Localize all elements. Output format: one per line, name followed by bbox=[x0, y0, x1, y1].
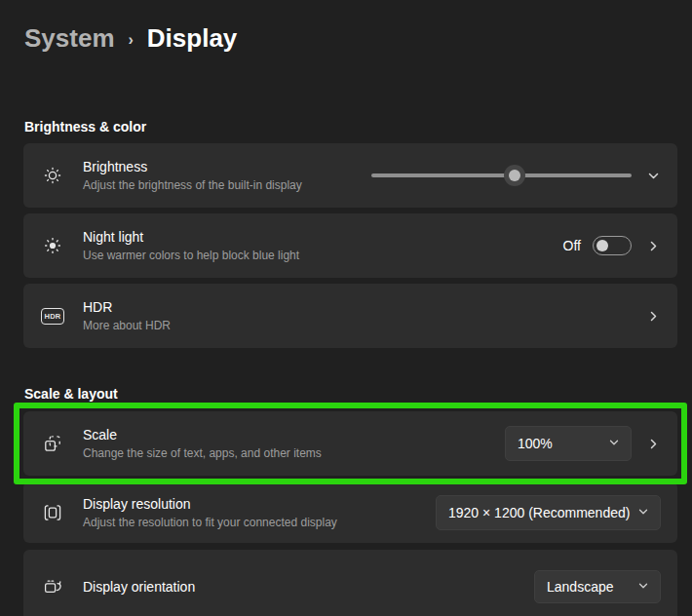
night-light-subtitle: Use warmer colors to help block blue lig… bbox=[83, 249, 563, 262]
chevron-down-icon bbox=[637, 504, 649, 521]
display-orientation-dropdown[interactable]: Landscape bbox=[534, 570, 661, 603]
hdr-row[interactable]: HDR HDR More about HDR bbox=[23, 284, 677, 348]
chevron-down-icon[interactable] bbox=[646, 169, 661, 183]
night-light-icon bbox=[43, 236, 62, 255]
section-header-scale-layout: Scale & layout bbox=[24, 386, 692, 402]
display-resolution-icon bbox=[43, 503, 62, 522]
display-resolution-dropdown-value: 1920 × 1200 (Recommended) bbox=[448, 505, 630, 520]
hdr-subtitle: More about HDR bbox=[83, 319, 646, 332]
brightness-subtitle: Adjust the brightness of the built-in di… bbox=[83, 178, 371, 192]
breadcrumb-display: Display bbox=[147, 23, 238, 54]
display-orientation-title: Display orientation bbox=[83, 579, 534, 596]
hdr-texts: HDR More about HDR bbox=[83, 299, 646, 332]
brightness-slider-thumb[interactable] bbox=[504, 165, 525, 186]
scale-dropdown[interactable]: 100% bbox=[505, 426, 632, 461]
night-light-row[interactable]: Night light Use warmer colors to help bl… bbox=[23, 213, 677, 278]
hdr-icon-text: HDR bbox=[45, 312, 61, 321]
scale-title: Scale bbox=[83, 427, 505, 443]
display-resolution-texts: Display resolution Adjust the resolution… bbox=[83, 496, 436, 529]
chevron-down-icon bbox=[608, 435, 620, 452]
display-resolution-row[interactable]: Display resolution Adjust the resolution… bbox=[23, 481, 677, 543]
breadcrumb-separator-icon: › bbox=[129, 31, 134, 49]
display-resolution-subtitle: Adjust the resolution to fit your connec… bbox=[83, 516, 436, 529]
display-resolution-dropdown[interactable]: 1920 × 1200 (Recommended) bbox=[436, 495, 661, 530]
chevron-down-icon bbox=[637, 578, 649, 596]
display-orientation-icon bbox=[43, 577, 62, 597]
brightness-row[interactable]: Brightness Adjust the brightness of the … bbox=[23, 143, 677, 208]
breadcrumb: System › Display bbox=[0, 0, 692, 55]
breadcrumb-system[interactable]: System bbox=[24, 23, 115, 54]
brightness-title: Brightness bbox=[83, 159, 371, 175]
night-light-toggle-label: Off bbox=[563, 238, 581, 253]
display-orientation-texts: Display orientation bbox=[83, 579, 534, 596]
brightness-slider-thumb-dot bbox=[509, 170, 520, 181]
chevron-right-icon[interactable] bbox=[646, 437, 661, 451]
hdr-title: HDR bbox=[83, 299, 646, 316]
night-light-toggle[interactable] bbox=[593, 236, 632, 255]
scale-texts: Scale Change the size of text, apps, and… bbox=[83, 427, 505, 460]
brightness-texts: Brightness Adjust the brightness of the … bbox=[83, 159, 371, 192]
settings-display-page: System › Display Brightness & color Brig… bbox=[0, 0, 692, 616]
section-header-brightness-color: Brightness & color bbox=[24, 119, 692, 135]
brightness-slider-track[interactable] bbox=[371, 173, 632, 177]
display-orientation-dropdown-value: Landscape bbox=[547, 579, 614, 595]
scale-dropdown-value: 100% bbox=[518, 436, 553, 451]
brightness-slider[interactable] bbox=[371, 165, 632, 186]
display-orientation-row[interactable]: Display orientation Landscape bbox=[23, 550, 677, 616]
scale-icon bbox=[43, 434, 62, 453]
night-light-title: Night light bbox=[83, 229, 563, 246]
scale-subtitle: Change the size of text, apps, and other… bbox=[83, 446, 505, 460]
night-light-toggle-knob bbox=[596, 240, 608, 251]
chevron-right-icon[interactable] bbox=[646, 309, 661, 324]
chevron-right-icon[interactable] bbox=[646, 239, 661, 253]
night-light-texts: Night light Use warmer colors to help bl… bbox=[83, 229, 563, 262]
brightness-icon bbox=[43, 166, 62, 185]
display-resolution-title: Display resolution bbox=[83, 496, 436, 513]
hdr-icon: HDR bbox=[43, 308, 62, 325]
scale-row[interactable]: Scale Change the size of text, apps, and… bbox=[23, 411, 677, 476]
